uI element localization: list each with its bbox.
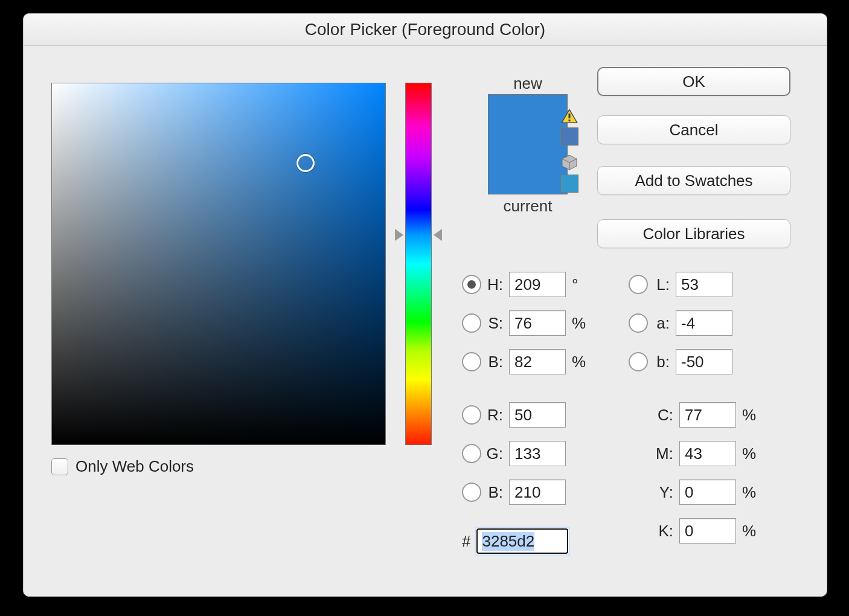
- magenta-label: M:: [646, 444, 673, 463]
- hue-unit: °: [572, 275, 578, 294]
- cancel-button[interactable]: Cancel: [597, 115, 790, 144]
- color-picker-dialog: Color Picker (Foreground Color) new curr…: [23, 13, 827, 597]
- brightness-radio[interactable]: [462, 352, 481, 371]
- black-k-input[interactable]: [679, 518, 736, 544]
- green-input[interactable]: [509, 441, 566, 466]
- hue-slider[interactable]: [405, 83, 432, 445]
- hex-input[interactable]: [476, 528, 568, 554]
- black-k-unit: %: [742, 522, 756, 541]
- hue-label: H:: [481, 275, 503, 294]
- lab-b-radio[interactable]: [629, 352, 648, 371]
- cyan-input[interactable]: [679, 402, 736, 428]
- lab-a-input[interactable]: [676, 310, 732, 336]
- black-k-label: K:: [646, 522, 673, 541]
- color-preview-box: [488, 94, 568, 194]
- ok-button[interactable]: OK: [597, 67, 790, 96]
- cyan-label: C:: [646, 406, 673, 425]
- only-web-colors-label: Only Web Colors: [75, 457, 194, 476]
- new-color-swatch[interactable]: [489, 95, 567, 144]
- gamut-warning-icon[interactable]: [557, 108, 581, 124]
- lab-l-label: L:: [648, 275, 670, 294]
- new-color-label: new: [467, 74, 588, 93]
- red-label: R:: [481, 406, 503, 425]
- magenta-unit: %: [742, 444, 756, 463]
- brightness-label: B:: [481, 353, 503, 371]
- hex-row: #: [462, 528, 568, 554]
- dialog-title: Color Picker (Foreground Color): [24, 14, 827, 46]
- red-radio[interactable]: [462, 405, 481, 425]
- green-label: G:: [481, 444, 503, 463]
- hue-radio[interactable]: [462, 275, 481, 294]
- lab-l-radio[interactable]: [629, 275, 648, 294]
- green-radio[interactable]: [462, 444, 481, 463]
- color-libraries-button[interactable]: Color Libraries: [597, 219, 790, 248]
- lab-l-input[interactable]: [676, 272, 732, 297]
- hue-input[interactable]: [509, 272, 566, 297]
- brightness-input[interactable]: [509, 349, 566, 374]
- blue-label: B:: [481, 483, 503, 502]
- yellow-label: Y:: [646, 483, 673, 502]
- only-web-colors-checkbox[interactable]: [51, 458, 68, 475]
- saturation-unit: %: [572, 314, 586, 333]
- saturation-radio[interactable]: [462, 313, 481, 333]
- lab-a-label: a:: [648, 314, 670, 333]
- websafe-warning-swatch[interactable]: [560, 175, 578, 193]
- gamut-warning-swatch[interactable]: [560, 127, 578, 146]
- blue-radio[interactable]: [462, 483, 481, 502]
- lab-a-radio[interactable]: [629, 313, 648, 333]
- websafe-warning-icon[interactable]: [557, 154, 581, 171]
- magenta-input[interactable]: [679, 441, 736, 466]
- yellow-input[interactable]: [679, 480, 736, 505]
- current-color-swatch[interactable]: [489, 144, 567, 194]
- lab-b-label: b:: [648, 353, 670, 371]
- red-input[interactable]: [509, 402, 566, 428]
- saturation-input[interactable]: [509, 310, 566, 336]
- svg-rect-3: [569, 120, 571, 121]
- color-field-cursor-icon: [296, 154, 315, 172]
- add-to-swatches-button[interactable]: Add to Swatches: [597, 166, 790, 195]
- svg-rect-2: [569, 114, 571, 118]
- lab-b-input[interactable]: [676, 349, 732, 374]
- brightness-unit: %: [572, 353, 586, 371]
- color-field[interactable]: [51, 83, 386, 445]
- cyan-unit: %: [742, 406, 756, 425]
- saturation-label: S:: [481, 314, 503, 333]
- blue-input[interactable]: [509, 480, 566, 505]
- only-web-colors-row: Only Web Colors: [51, 457, 194, 476]
- yellow-unit: %: [742, 483, 756, 502]
- hex-prefix-label: #: [462, 532, 470, 551]
